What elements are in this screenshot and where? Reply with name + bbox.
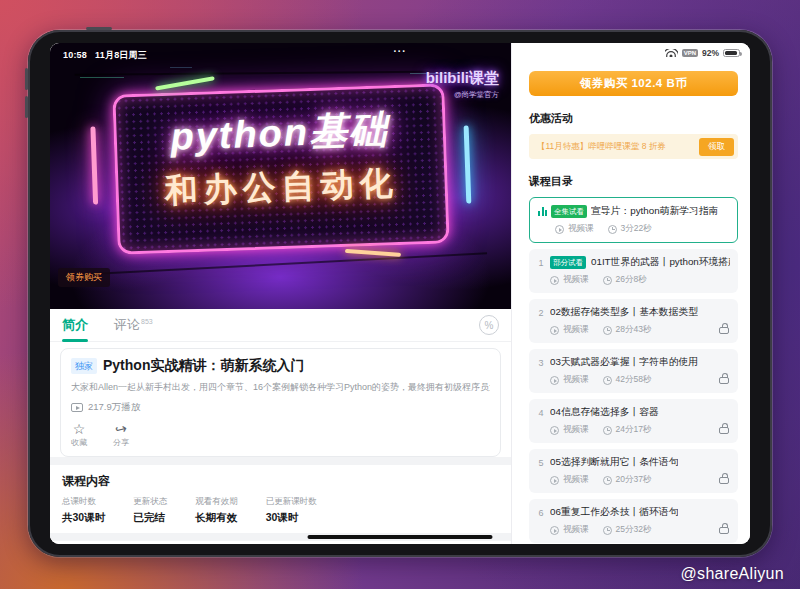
course-content-section: 课程内容 总课时数 共30课时 更新状态 已完结 观看有效期 长期有效 [50, 465, 511, 533]
neon-tube-top [155, 76, 215, 90]
publisher-section: 发布者 [50, 541, 511, 544]
neon-tube-right [463, 125, 471, 203]
lesson-meta: 视频课28分43秒 [550, 324, 730, 336]
view-count-row: 217.9万播放 [71, 401, 490, 414]
lesson-title: 05选择判断就用它丨条件语句 [550, 456, 678, 469]
full-trial-badge: 全集试看 [551, 205, 587, 218]
video-type-icon [550, 376, 559, 385]
partial-trial-badge: 部分试看 [550, 256, 586, 269]
catalog-section-title: 课程目录 [529, 174, 738, 189]
catalog-item[interactable]: 202数据存储类型多丨基本数据类型视频课28分43秒 [529, 299, 738, 343]
action-buttons: ☆ 收藏 ↪ 分享 [71, 422, 490, 448]
course-description: 大家和Allen一起从新手村出发，用四个章节、16个案例解锁各种学习Python… [71, 381, 490, 394]
lesson-meta: 视频课24分17秒 [550, 424, 730, 436]
wire-decoration [81, 252, 487, 275]
gradient-background: 10:5811月8日周三 ··· VPN 92% [0, 0, 800, 589]
lesson-meta: 视频课 3分22秒 [555, 223, 729, 235]
course-info-card: 独家 Python实战精讲：萌新系统入门 大家和Allen一起从新手村出发，用四… [60, 348, 501, 457]
lesson-number: 3 [537, 358, 545, 368]
lesson-number: 6 [537, 508, 545, 518]
lesson-number: 4 [537, 408, 545, 418]
banner-title-line2: 和办公自动化 [117, 159, 444, 215]
screen: 10:5811月8日周三 ··· VPN 92% [50, 43, 750, 544]
catalog-item[interactable]: 1部分试看01IT世界的武器丨python环境搭建_第一个视频课26分8秒 [529, 249, 738, 293]
neon-tube-left [90, 126, 98, 204]
lesson-title: 02数据存储类型多丨基本数据类型 [550, 306, 698, 319]
lesson-meta: 视频课20分37秒 [550, 474, 730, 486]
share-button[interactable]: ↪ 分享 [113, 422, 129, 448]
bilibili-classroom-logo: bilibili课堂 @尚学堂官方 [426, 69, 499, 100]
power-button [86, 27, 112, 30]
lock-icon [719, 527, 729, 535]
catalog-item[interactable]: 303天赋武器必掌握丨字符串的使用视频课42分58秒 [529, 349, 738, 393]
clock-icon [603, 476, 612, 485]
stat-update-status: 更新状态 已完结 [133, 496, 167, 525]
course-detail-pane: python基础 和办公自动化 bilibili课堂 @尚学堂官方 领券购买 简… [50, 43, 511, 544]
lesson-title: 宣导片：python萌新学习指南 [591, 205, 718, 218]
stat-validity: 观看有效期 长期有效 [195, 496, 238, 525]
catalog-list: 1部分试看01IT世界的武器丨python环境搭建_第一个视频课26分8秒202… [529, 249, 738, 544]
lesson-meta: 视频课42分58秒 [550, 374, 730, 386]
tab-intro[interactable]: 简介 [62, 316, 88, 334]
clock-icon [603, 376, 612, 385]
glitch-streak [170, 67, 192, 68]
lesson-number: 2 [537, 308, 545, 318]
course-banner-video[interactable]: python基础 和办公自动化 bilibili课堂 @尚学堂官方 领券购买 [50, 43, 511, 309]
comment-count: 853 [141, 318, 153, 325]
section-title-content: 课程内容 [62, 473, 499, 490]
banner-title-line1: python基础 [115, 102, 443, 164]
neon-sign: python基础 和办公自动化 [112, 83, 449, 254]
coupon-text: 【11月特惠】哔哩哔哩课堂 8 折券 [537, 141, 699, 153]
home-indicator[interactable] [308, 535, 493, 540]
tablet-device: 10:5811月8日周三 ··· VPN 92% [28, 30, 772, 557]
lock-icon [719, 327, 729, 335]
stat-updated-lessons: 已更新课时数 30课时 [266, 496, 317, 525]
share-icon: ↪ [114, 421, 129, 437]
stat-total-lessons: 总课时数 共30课时 [62, 496, 105, 525]
coupon-row: 【11月特惠】哔哩哔哩课堂 8 折券 领取 [529, 134, 738, 159]
exclusive-badge: 独家 [71, 358, 97, 374]
course-stats: 总课时数 共30课时 更新状态 已完结 观看有效期 长期有效 已更新课时数 [62, 496, 499, 525]
divider-band [50, 457, 511, 465]
course-title: Python实战精讲：萌新系统入门 [103, 357, 304, 375]
claim-coupon-button[interactable]: 领取 [699, 138, 734, 156]
clock-icon [603, 326, 612, 335]
lesson-meta: 视频课26分8秒 [550, 274, 730, 286]
lesson-number: 5 [537, 458, 545, 468]
tab-bar: 简介 评论853 % [50, 309, 511, 342]
glitch-streak [80, 77, 124, 78]
lesson-title: 01IT世界的武器丨python环境搭建_第一个 [591, 256, 730, 269]
catalog-item[interactable]: 505选择判断就用它丨条件语句视频课20分37秒 [529, 449, 738, 493]
lesson-title: 06重复工作必杀技丨循环语句 [550, 506, 678, 519]
buy-button[interactable]: 领券购买 102.4 B币 [529, 71, 738, 96]
clock-icon [608, 225, 617, 234]
lesson-meta: 视频课25分32秒 [550, 524, 730, 536]
neon-tube-bottom [344, 249, 400, 257]
purchase-catalog-pane: 领券购买 102.4 B币 优惠活动 【11月特惠】哔哩哔哩课堂 8 折券 领取… [511, 43, 750, 544]
star-icon: ☆ [73, 422, 86, 436]
lock-icon [719, 377, 729, 385]
clock-icon [603, 276, 612, 285]
play-count-icon [71, 403, 83, 412]
clock-icon [603, 426, 612, 435]
tab-comments[interactable]: 评论853 [114, 316, 153, 334]
video-type-icon [550, 426, 559, 435]
video-type-icon [550, 276, 559, 285]
catalog-item[interactable]: 404信息存储选择多丨容器视频课24分17秒 [529, 399, 738, 443]
promo-section-title: 优惠活动 [529, 111, 738, 126]
banner-coupon-tag[interactable]: 领券购买 [58, 268, 110, 287]
lock-icon [719, 477, 729, 485]
catalog-item-featured[interactable]: 全集试看 宣导片：python萌新学习指南 视频课 3分22秒 [529, 197, 738, 243]
volume-up-button [25, 68, 28, 90]
now-playing-icon [538, 207, 547, 216]
lesson-number: 1 [537, 258, 545, 268]
banner-author: @尚学堂官方 [426, 90, 499, 100]
catalog-item[interactable]: 606重复工作必杀技丨循环语句视频课25分32秒 [529, 499, 738, 543]
lock-icon [719, 427, 729, 435]
favorite-button[interactable]: ☆ 收藏 [71, 422, 87, 448]
volume-down-button [25, 96, 28, 118]
video-type-icon [555, 225, 564, 234]
discount-icon[interactable]: % [479, 315, 499, 335]
lesson-title: 04信息存储选择多丨容器 [550, 406, 659, 419]
view-count: 217.9万播放 [88, 401, 140, 414]
